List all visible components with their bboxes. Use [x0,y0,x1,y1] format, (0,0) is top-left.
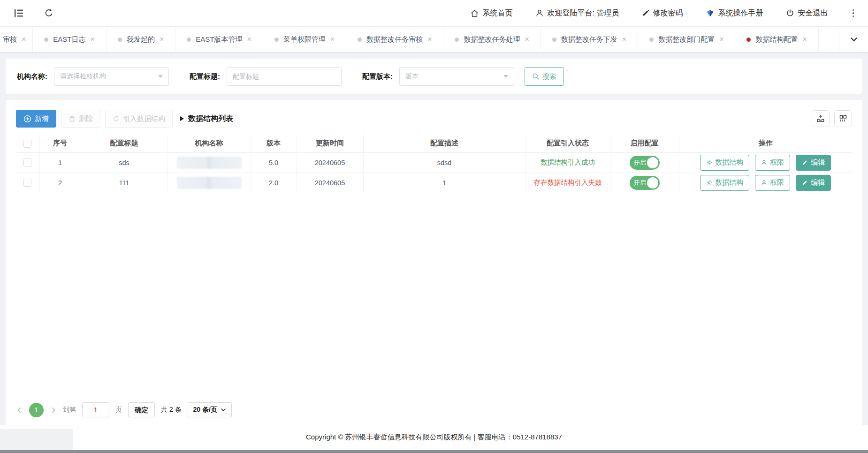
tab-east-version[interactable]: EAST版本管理 × [175,27,263,52]
tab-east-log[interactable]: EAST日志 × [33,27,107,52]
cell-update-time: 20240605 [297,173,363,193]
org-select[interactable]: 请选择检核机构 [54,67,169,86]
page-number-button[interactable]: 1 [29,403,44,417]
data-structure-panel: 新增 删除 引入数据结构 数据结构列表 [6,100,862,425]
menu-item-change-password[interactable]: 修改密码 [642,8,683,18]
close-icon[interactable]: × [427,36,432,43]
permission-button[interactable]: 权限 [755,155,790,171]
col-config-title: 配置标题 [81,135,168,152]
edit-button[interactable]: 编辑 [796,155,831,171]
sidebar-collapse-icon[interactable] [14,9,23,17]
permission-button[interactable]: 权限 [755,175,790,191]
menu-item-label: 系统首页 [483,8,513,18]
goto-page-input[interactable] [82,402,109,417]
toggle-label: 开启 [634,179,646,187]
person-icon [761,159,767,166]
enable-toggle[interactable]: 开启 [630,176,660,190]
row-checkbox[interactable] [23,159,31,166]
toggle-knob [647,157,658,168]
add-button-label: 新增 [35,114,49,123]
menu-item-welcome-user[interactable]: 欢迎登陆平台: 管理员 [535,8,619,18]
close-icon[interactable]: × [22,36,26,43]
tab-data-structure-config[interactable]: 数据结构配置 × [735,27,818,52]
tab-list-chevron-down-icon[interactable] [839,27,868,52]
total-count-label: 共 2 条 [161,406,182,414]
cell-config-title: 111 [81,173,168,193]
tab-task-review[interactable]: 数据整改任务审核 × [346,27,443,52]
toggle-knob [647,177,658,189]
edit-pencil-icon [802,180,808,186]
delete-button[interactable]: 删除 [61,110,100,128]
gear-icon [706,180,712,186]
config-title-label: 配置标题: [190,72,220,81]
row-checkbox[interactable] [23,179,31,187]
table-row: 2 111 2.0 20240605 1 存在数据结构引入失败 开启 [16,173,852,193]
tab-dept-config[interactable]: 数据整改部门配置 × [638,27,735,52]
close-icon[interactable]: × [525,36,529,43]
menu-item-label: 安全退出 [798,8,828,18]
menu-item-home[interactable]: 系统首页 [470,8,513,18]
chevron-down-icon [221,407,226,413]
select-all-checkbox[interactable] [23,140,31,148]
close-icon[interactable]: × [802,36,807,43]
edit-button-label: 编辑 [811,178,825,187]
structure-button[interactable]: 数据结构 [700,175,749,191]
cell-seq: 1 [39,152,81,173]
close-icon[interactable]: × [160,36,164,43]
home-icon [470,9,479,18]
tab-label: 数据整改任务下发 [561,35,617,44]
next-page-icon[interactable] [50,407,57,414]
table-header-row: 序号 配置标题 机构名称 版本 更新时间 配置描述 配置引入状态 启用配置 操作 [16,135,852,152]
tab-dot-icon [746,38,751,42]
tab-label: 数据整改任务处理 [464,35,520,44]
config-title-input[interactable] [233,73,335,80]
more-menu-icon[interactable] [853,9,854,17]
cell-org-name-redacted [177,157,242,169]
tab-menu-permission[interactable]: 菜单权限管理 × [263,27,346,52]
tab-dot-icon [649,38,654,42]
export-button[interactable] [812,110,830,127]
search-button[interactable]: 搜索 [525,67,564,86]
org-select-placeholder: 请选择检核机构 [60,72,106,81]
close-icon[interactable]: × [247,36,251,43]
close-icon[interactable]: × [91,36,95,43]
table-row: 1 sds 5.0 20240605 sdsd 数据结构引入成功 开启 [16,152,852,173]
close-icon[interactable]: × [719,36,723,43]
close-icon[interactable]: × [622,36,626,43]
tab-initiated-by-me[interactable]: 我发起的 × [107,27,175,52]
col-config-desc: 配置描述 [363,135,525,152]
enable-toggle[interactable]: 开启 [630,156,660,170]
version-select[interactable]: 版本 [399,67,514,86]
column-settings-button[interactable] [834,110,852,127]
list-title-label: 数据结构列表 [188,114,233,124]
structure-button-label: 数据结构 [715,158,743,167]
structure-button[interactable]: 数据结构 [700,155,749,171]
tab-shenhe[interactable]: 审核 × [0,27,33,52]
user-icon [535,9,544,17]
add-button[interactable]: 新增 [16,110,56,128]
col-enable-config: 启用配置 [610,135,679,152]
prev-page-icon[interactable] [16,407,23,414]
col-seq: 序号 [39,135,81,152]
close-icon[interactable]: × [330,36,335,43]
menu-item-label: 系统操作手册 [718,8,763,18]
tab-label: 数据整改部门配置 [658,35,715,44]
page-size-select[interactable]: 20 条/页 [188,402,232,417]
goto-confirm-button[interactable]: 确定 [128,402,155,417]
search-icon [532,73,540,80]
tab-task-dispatch[interactable]: 数据整改任务下发 × [541,27,638,52]
menu-item-manual[interactable]: 系统操作手册 [706,8,763,18]
cell-version: 2.0 [251,173,297,193]
page-size-label: 20 条/页 [193,406,217,414]
triangle-right-icon [180,116,184,121]
tab-bar: 审核 × EAST日志 × 我发起的 × EAST版本管理 × 菜单权限管理 ×… [0,27,868,53]
horizontal-scrollbar[interactable] [0,450,868,453]
tab-label: 菜单权限管理 [283,35,326,44]
edit-button[interactable]: 编辑 [796,175,831,191]
menu-item-logout[interactable]: 安全退出 [786,8,828,18]
import-structure-button[interactable]: 引入数据结构 [105,110,173,128]
refresh-icon[interactable] [44,8,53,18]
version-select-placeholder: 版本 [405,72,419,81]
tab-task-handle[interactable]: 数据整改任务处理 × [443,27,541,52]
data-table-wrap: 序号 配置标题 机构名称 版本 更新时间 配置描述 配置引入状态 启用配置 操作 [16,135,852,193]
